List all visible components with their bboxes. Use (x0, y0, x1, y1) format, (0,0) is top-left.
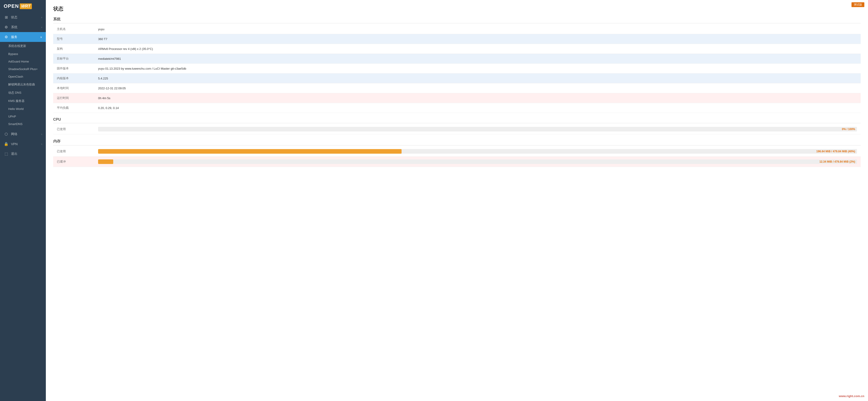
sidebar-item-label-logout: 退出 (11, 152, 42, 156)
sidebar-item-logout[interactable]: ⬚ 退出 (0, 149, 46, 159)
cpu-progress-label: 0% / 100% (842, 127, 855, 131)
chevron-right-icon-vpn: › (41, 142, 42, 146)
row-label: 型号 (53, 34, 94, 44)
sidebar-sub-ddns[interactable]: 动态 DNS (0, 89, 46, 97)
mem-used-bar-fill (98, 149, 402, 154)
cpu-progress-bar: 0% / 100% (98, 127, 857, 131)
cpu-used-row: 已使用 0% / 100% (53, 124, 861, 134)
network-icon: ⬡ (4, 132, 9, 136)
sidebar-sub-helloworld[interactable]: Hello World (0, 105, 46, 113)
logout-icon: ⬚ (4, 152, 9, 156)
table-row: 内核版本5.4.225 (53, 73, 861, 83)
sub-label-ddns: 动态 DNS (8, 91, 21, 95)
row-label: 运行时间 (53, 93, 94, 103)
sidebar-sub-shadowsocks[interactable]: ShadowSocksR Plus+ (0, 65, 46, 73)
cpu-info-table: 已使用 0% / 100% (53, 124, 861, 134)
memory-info-table: 已使用 196.64 MiB / 479.84 MiB (40%) 已缓冲 12… (53, 146, 861, 167)
chevron-right-icon-network: › (41, 133, 42, 136)
main-content: 状态 系统 主机名yuyu型号360 T7架构ARMv8 Processor r… (46, 0, 868, 401)
logo-area: OPEN WRT (0, 0, 46, 12)
row-value: 0.20, 0.29, 0.14 (94, 103, 861, 113)
chevron-right-icon: › (41, 16, 42, 19)
chevron-right-icon-system: › (41, 26, 42, 29)
mem-progress-cell: 196.64 MiB / 479.84 MiB (40%) (94, 146, 861, 157)
sidebar-item-status[interactable]: ⊞ 状态 › (0, 12, 46, 22)
page-title: 状态 (53, 5, 861, 12)
sub-label-helloworld: Hello World (8, 107, 24, 111)
table-row: 运行时间0h 4m 5s (53, 93, 861, 103)
sidebar-item-network[interactable]: ⬡ 网络 › (0, 129, 46, 139)
table-row: 架构ARMv8 Processor rev 4 (v8l) x 2 (35.0°… (53, 44, 861, 54)
sidebar-sub-smartdns[interactable]: SmartDNS (0, 120, 46, 128)
mem-buffered-label: 已缓冲 (53, 157, 94, 167)
sub-label-openclash: OpenClash (8, 75, 23, 78)
sidebar-item-label-network: 网络 (11, 132, 41, 136)
sidebar: OPEN WRT ⊞ 状态 › ⚙ 系统 › ⚙ 服务 ∨ 系统在线更新 Byp… (0, 0, 46, 401)
logo-open: OPEN (4, 3, 19, 9)
row-label: 主机名 (53, 24, 94, 34)
row-value: ARMv8 Processor rev 4 (v8l) x 2 (35.0°C) (94, 44, 861, 54)
section-title-system: 系统 (53, 17, 861, 23)
sidebar-sub-online-update[interactable]: 系统在线更新 (0, 42, 46, 50)
sub-label-netease: 解锁网易云灰色歌曲 (8, 82, 35, 87)
mem-buffered-progress-bar: 12.34 MiB / 479.84 MiB (2%) (98, 159, 857, 164)
table-row: 平均负载0.20, 0.29, 0.14 (53, 103, 861, 113)
section-title-cpu: CPU (53, 118, 861, 123)
table-row: 型号360 T7 (53, 34, 861, 44)
system-icon: ⚙ (4, 25, 9, 29)
row-label: 目标平台 (53, 54, 94, 64)
sidebar-sub-adguard[interactable]: AdGuard Home (0, 58, 46, 65)
logo-wrt: WRT (20, 3, 32, 9)
sidebar-item-service[interactable]: ⚙ 服务 ∨ (0, 32, 46, 42)
sidebar-sub-upnp[interactable]: UPnP (0, 113, 46, 120)
sidebar-item-label-status: 状态 (11, 15, 41, 20)
sub-label-bypass: Bypass (8, 52, 18, 56)
sidebar-item-vpn[interactable]: 🔒 VPN › (0, 139, 46, 149)
chevron-down-icon: ∨ (40, 35, 42, 39)
mem-buffered-row: 已缓冲 12.34 MiB / 479.84 MiB (2%) (53, 157, 861, 167)
row-value: yuyu 01.13.2023 by www.luwenchu.com / Lu… (94, 64, 861, 73)
sidebar-sub-netease[interactable]: 解锁网易云灰色歌曲 (0, 80, 46, 89)
table-row: 固件版本yuyu 01.13.2023 by www.luwenchu.com … (53, 64, 861, 73)
cpu-used-label: 已使用 (53, 124, 94, 134)
mem-used-progress-label: 196.64 MiB / 479.84 MiB (40%) (816, 149, 855, 154)
status-icon: ⊞ (4, 15, 9, 20)
row-value: 0h 4m 5s (94, 93, 861, 103)
mem-buffered-progress-label: 12.34 MiB / 479.84 MiB (2%) (819, 159, 855, 164)
row-label: 架构 (53, 44, 94, 54)
sidebar-item-system[interactable]: ⚙ 系统 › (0, 22, 46, 32)
mem-used-progress-bar: 196.64 MiB / 479.84 MiB (40%) (98, 149, 857, 154)
sub-label-smartdns: SmartDNS (8, 122, 23, 126)
sidebar-sub-openclash[interactable]: OpenClash (0, 73, 46, 80)
sub-label-online-update: 系统在线更新 (8, 44, 26, 48)
sidebar-item-label-vpn: VPN (11, 142, 41, 146)
section-title-memory: 内存 (53, 139, 861, 145)
beta-badge: 测试版 (851, 2, 864, 7)
mem-buffered-bar-fill (98, 159, 113, 164)
mem-buffered-cell: 12.34 MiB / 479.84 MiB (2%) (94, 157, 861, 167)
sub-label-shadowsocks: ShadowSocksR Plus+ (8, 67, 38, 71)
sub-label-adguard: AdGuard Home (8, 60, 29, 63)
cpu-progress-cell: 0% / 100% (94, 124, 861, 134)
row-value: yuyu (94, 24, 861, 34)
row-value: 360 T7 (94, 34, 861, 44)
sidebar-sub-kms[interactable]: KMS 服务器 (0, 97, 46, 105)
row-value: mediatek/mt7981 (94, 54, 861, 64)
sidebar-item-label-system: 系统 (11, 25, 41, 29)
row-label: 固件版本 (53, 64, 94, 73)
service-icon: ⚙ (4, 35, 9, 39)
mem-used-label: 已使用 (53, 146, 94, 157)
table-row: 目标平台mediatek/mt7981 (53, 54, 861, 64)
row-value: 5.4.225 (94, 73, 861, 83)
system-info-table: 主机名yuyu型号360 T7架构ARMv8 Processor rev 4 (… (53, 24, 861, 113)
row-label: 本地时间 (53, 83, 94, 93)
row-value: 2022-12-31 22:09:05 (94, 83, 861, 93)
table-row: 主机名yuyu (53, 24, 861, 34)
row-label: 内核版本 (53, 73, 94, 83)
table-row: 本地时间2022-12-31 22:09:05 (53, 83, 861, 93)
sidebar-sub-bypass[interactable]: Bypass (0, 50, 46, 58)
sub-label-kms: KMS 服务器 (8, 99, 25, 103)
sub-label-upnp: UPnP (8, 115, 16, 118)
mem-used-row: 已使用 196.64 MiB / 479.84 MiB (40%) (53, 146, 861, 157)
sidebar-item-label-service: 服务 (11, 35, 40, 39)
